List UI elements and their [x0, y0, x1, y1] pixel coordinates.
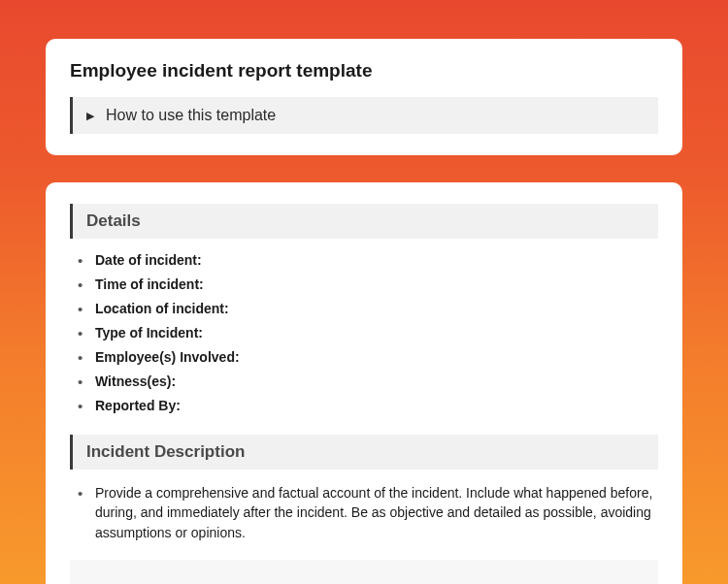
list-item: Type of Incident:: [74, 325, 658, 341]
list-item: Date of incident:: [74, 252, 658, 268]
list-item: Location of incident:: [74, 301, 658, 316]
list-item: Reported By:: [74, 398, 658, 413]
list-item: Employee(s) Involved:: [74, 349, 658, 365]
field-label: Location of incident:: [95, 301, 229, 316]
empty-section-placeholder: [70, 560, 658, 584]
list-item: Time of incident:: [74, 276, 658, 292]
list-item: Witness(es):: [74, 373, 658, 389]
field-label: Type of Incident:: [95, 325, 203, 341]
header-card: Employee incident report template ▶ How …: [46, 39, 682, 155]
how-to-use-toggle[interactable]: ▶ How to use this template: [70, 97, 658, 134]
details-list: Date of incident: Time of incident: Loca…: [70, 252, 658, 413]
field-label: Employee(s) Involved:: [95, 349, 240, 365]
page-title: Employee incident report template: [70, 60, 658, 81]
incident-description-body: Provide a comprehensive and factual acco…: [95, 485, 652, 540]
field-label: Date of incident:: [95, 252, 202, 268]
list-item: Provide a comprehensive and factual acco…: [74, 483, 658, 542]
field-label: Time of incident:: [95, 276, 204, 292]
field-label: Reported By:: [95, 398, 181, 413]
details-heading: Details: [70, 204, 658, 239]
incident-description-list: Provide a comprehensive and factual acco…: [70, 483, 658, 542]
how-to-use-label: How to use this template: [106, 107, 276, 124]
content-card: Details Date of incident: Time of incide…: [46, 182, 682, 584]
disclosure-triangle-icon: ▶: [86, 110, 94, 122]
incident-description-heading: Incident Description: [70, 435, 658, 470]
field-label: Witness(es):: [95, 373, 176, 389]
